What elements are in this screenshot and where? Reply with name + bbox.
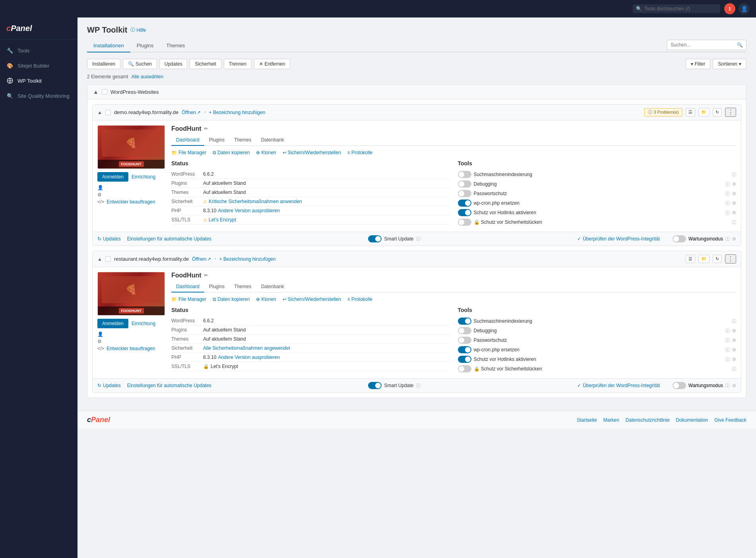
help-link[interactable]: ⓘ Hilfe (130, 27, 146, 33)
sidebar-item-sitequality[interactable]: 🔍 Site Quality Monitoring (0, 88, 78, 103)
sicherheit-button[interactable]: Sicherheit (190, 59, 221, 69)
folder-btn-demo[interactable]: 📁 (698, 108, 709, 116)
notification-icon[interactable]: 1 (724, 3, 735, 14)
smart-update-info-demo[interactable]: ⓘ (416, 236, 421, 242)
php-version-link-restaurant[interactable]: Andere Version ausprobieren (218, 355, 279, 360)
footer-link-startseite[interactable]: Startseite (577, 417, 597, 423)
tool-debugging-info[interactable]: ⓘ (725, 181, 730, 187)
section-collapse-btn[interactable]: ▲ (93, 89, 99, 95)
file-manager-link-restaurant[interactable]: 📁 File Manager (171, 296, 206, 302)
sicherheit-link-restaurant[interactable]: Alle Sicherheitsmaßnahmen angewendet (203, 345, 290, 351)
auto-updates-link-demo[interactable]: Einstellungen für automatische Updates (127, 236, 211, 242)
user-icon[interactable]: 👤 (739, 3, 750, 14)
toggle-wpcron-demo[interactable] (458, 200, 471, 207)
tool-hotlinks-info[interactable]: ⓘ (725, 210, 730, 216)
tool-passwort-settings-r[interactable]: ⚙ (732, 338, 736, 343)
list-view-btn-demo[interactable]: ☰ (686, 108, 695, 116)
install-collapse-demo[interactable]: ▲ (97, 110, 102, 115)
sortieren-button[interactable]: Sortieren ▾ (713, 59, 746, 69)
edit-icon-restaurant[interactable]: ✏ (204, 273, 208, 278)
toggle-smart-update-restaurant[interactable] (368, 382, 382, 389)
ssl-link-demo[interactable]: Let's Encrypt (209, 217, 236, 223)
tab-themes[interactable]: Themes (160, 39, 191, 52)
tool-wpcron-info[interactable]: ⓘ (725, 200, 730, 206)
wartung-settings-restaurant[interactable]: ⚙ (732, 383, 736, 388)
wartung-info-demo[interactable]: ⓘ (725, 236, 730, 242)
topbar-search-input[interactable] (644, 6, 717, 12)
einrichtung-link-restaurant[interactable]: Einrichtung (132, 321, 155, 326)
toggle-hotlinks-restaurant[interactable] (458, 356, 471, 363)
einrichtung-link-demo[interactable]: Einrichtung (132, 174, 155, 180)
toggle-passwort-demo[interactable] (458, 190, 471, 197)
backup-link-demo[interactable]: ↩ Sichern/Wiederherstellen (283, 150, 341, 155)
detail-tab-datenbank-restaurant[interactable]: Datenbank (256, 281, 289, 293)
toggle-passwort-restaurant[interactable] (458, 337, 471, 344)
updates-footer-link-demo[interactable]: ↻ Updates (97, 236, 121, 242)
tool-passwort-info[interactable]: ⓘ (725, 191, 730, 197)
tool-suchmaschinen-info-r[interactable]: ⓘ (732, 318, 736, 324)
login-btn-demo[interactable]: Anmelden (97, 172, 128, 182)
integrity-link-demo[interactable]: ✓ Überprüfen der WordPress-Integrität (577, 236, 660, 242)
tool-passwort-info-r[interactable]: ⓘ (725, 337, 730, 343)
trennen-button[interactable]: Trennen (224, 59, 252, 69)
toggle-hotlinks-demo[interactable] (458, 209, 471, 216)
log-link-restaurant[interactable]: ≡ Protokolle (347, 296, 372, 302)
tool-wpcron-settings[interactable]: ⚙ (732, 201, 736, 206)
install-checkbox-demo[interactable] (105, 110, 111, 115)
sidebar-item-tools[interactable]: 🔧 Tools (0, 43, 78, 58)
list-view-btn-restaurant[interactable]: ☰ (686, 255, 695, 263)
tool-wpcron-info-r[interactable]: ⓘ (725, 347, 730, 353)
smart-update-info-restaurant[interactable]: ⓘ (416, 383, 421, 389)
install-checkbox-restaurant[interactable] (105, 256, 111, 262)
tab-installationen[interactable]: Installationen (87, 39, 130, 52)
tool-debugging-info-r[interactable]: ⓘ (725, 328, 730, 334)
tool-wpcron-settings-r[interactable]: ⚙ (732, 347, 736, 353)
clone-link-demo[interactable]: ⊕ Klonen (256, 150, 276, 155)
add-label-restaurant[interactable]: + Bezeichnung hinzufügen (219, 256, 276, 262)
toggle-suchmaschinen-demo[interactable] (458, 171, 471, 178)
toggle-sicherheitsluecken-restaurant[interactable] (458, 365, 471, 372)
select-all-link[interactable]: Alle auswählen (131, 74, 163, 79)
tool-hotlinks-settings[interactable]: ⚙ (732, 210, 736, 215)
detail-tab-plugins-restaurant[interactable]: Plugins (204, 281, 229, 293)
install-open-restaurant[interactable]: Öffnen ↗ (192, 256, 211, 262)
more-btn-restaurant[interactable]: ⋮ (725, 254, 736, 264)
developer-link-demo[interactable]: Entwickler beauftragen (107, 199, 155, 205)
detail-tab-dashboard-restaurant[interactable]: Dashboard (171, 281, 204, 293)
more-btn-demo[interactable]: ⋮ (725, 108, 736, 117)
toggle-smart-update-demo[interactable] (368, 235, 382, 242)
footer-link-marken[interactable]: Marken (603, 417, 619, 423)
toggle-sicherheitsluecken-demo[interactable] (458, 219, 471, 226)
problem-badge-demo[interactable]: ⓘ 3 Problem(e) (644, 108, 682, 116)
tool-hotlinks-info-r[interactable]: ⓘ (725, 356, 730, 362)
toggle-wpcron-restaurant[interactable] (458, 346, 471, 353)
section-checkbox[interactable] (102, 89, 107, 95)
search-bar[interactable]: 🔍 (633, 4, 720, 13)
tool-sicherheitsluecken-info[interactable]: ⓘ (732, 219, 736, 225)
updates-footer-link-restaurant[interactable]: ↻ Updates (97, 383, 121, 388)
php-version-link-demo[interactable]: Andere Version ausprobieren (218, 208, 279, 213)
integrity-link-restaurant[interactable]: ✓ Überprüfen der WordPress-Integrität (577, 383, 660, 388)
toggle-wartung-restaurant[interactable] (673, 382, 686, 389)
entfernen-button[interactable]: ✕ Entfernen (254, 59, 290, 69)
suchen-button[interactable]: 🔍 Suchen (123, 59, 157, 69)
folder-btn-restaurant[interactable]: 📁 (698, 255, 709, 263)
toggle-debugging-demo[interactable] (458, 180, 471, 188)
tool-suchmaschinen-info[interactable]: ⓘ (732, 172, 736, 178)
detail-tab-themes-demo[interactable]: Themes (229, 135, 256, 146)
file-manager-link-demo[interactable]: 📁 File Manager (171, 150, 206, 155)
sidebar-item-sitejet[interactable]: 🎨 Sitejet Builder (0, 58, 78, 73)
search-box[interactable]: 🔍 (667, 40, 746, 50)
refresh-btn-restaurant[interactable]: ↻ (713, 255, 722, 263)
sicherheit-link-demo[interactable]: Kritische Sicherheitsmaßnahmen anwenden (209, 199, 302, 204)
toggle-suchmaschinen-restaurant[interactable] (458, 318, 471, 325)
tool-debugging-settings-r[interactable]: ⚙ (732, 328, 736, 333)
installation-search-input[interactable] (671, 42, 735, 48)
copy-link-demo[interactable]: ⧉ Daten kopieren (213, 150, 250, 155)
detail-tab-dashboard-demo[interactable]: Dashboard (171, 135, 204, 146)
install-open-demo[interactable]: Öffnen ↗ (182, 110, 201, 115)
clone-link-restaurant[interactable]: ⊕ Klonen (256, 296, 276, 302)
backup-link-restaurant[interactable]: ↩ Sichern/Wiederherstellen (283, 296, 341, 302)
footer-link-dokumentation[interactable]: Dokumentation (676, 417, 708, 423)
auto-updates-link-restaurant[interactable]: Einstellungen für automatische Updates (127, 383, 211, 388)
